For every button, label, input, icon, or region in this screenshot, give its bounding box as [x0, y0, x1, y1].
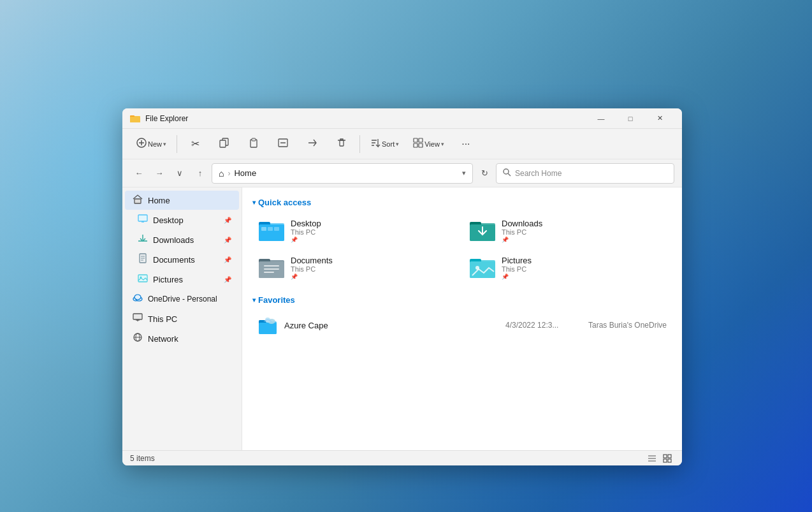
- qa-pictures-name: Pictures: [502, 256, 532, 265]
- home-sidebar-icon: [133, 194, 143, 207]
- svg-rect-46: [274, 227, 279, 231]
- qa-documents-name: Documents: [291, 256, 333, 265]
- svg-rect-44: [261, 227, 266, 231]
- status-items-count: 5 items: [130, 454, 155, 463]
- sidebar-item-documents-label: Documents: [153, 255, 195, 265]
- svg-rect-23: [134, 199, 141, 203]
- svg-rect-55: [264, 272, 274, 273]
- sidebar-item-thispc[interactable]: This PC: [125, 309, 239, 328]
- qa-item-downloads[interactable]: Downloads This PC 📌: [463, 214, 672, 248]
- fav-azure-cape-location: Taras Buria's OneDrive: [588, 321, 667, 330]
- qa-documents-pin-icon: 📌: [291, 274, 333, 280]
- quick-access-grid: Desktop This PC 📌: [252, 214, 672, 285]
- maximize-button[interactable]: □: [616, 108, 645, 129]
- sort-button[interactable]: Sort ▾: [364, 131, 405, 157]
- svg-rect-53: [264, 265, 279, 267]
- cut-button[interactable]: ✂: [181, 131, 209, 157]
- sort-chevron-icon: ▾: [396, 141, 399, 147]
- forward-button[interactable]: →: [150, 165, 168, 182]
- fav-item-azure-cape[interactable]: Azure Cape 4/3/2022 12:3... Taras Buria'…: [252, 311, 672, 339]
- status-bar: 5 items: [122, 450, 682, 465]
- sidebar-item-downloads[interactable]: Downloads 📌: [125, 230, 239, 249]
- pictures-pin-icon: 📌: [224, 276, 231, 283]
- view-button[interactable]: View ▾: [407, 131, 451, 157]
- qa-desktop-info: Desktop This PC 📌: [291, 219, 321, 243]
- qa-pictures-pin-icon: 📌: [502, 274, 532, 280]
- qa-downloads-name: Downloads: [502, 219, 542, 228]
- pictures-folder-icon: [470, 256, 495, 279]
- search-icon: [503, 168, 511, 179]
- qa-item-pictures[interactable]: Pictures This PC 📌: [463, 251, 672, 285]
- refresh-button[interactable]: ↻: [475, 165, 493, 182]
- qa-downloads-info: Downloads This PC 📌: [502, 219, 542, 243]
- sidebar-item-network[interactable]: Network: [125, 329, 239, 348]
- quick-access-label: Quick access: [258, 198, 311, 207]
- downloads-folder-icon: [470, 219, 495, 242]
- downloads-sidebar-icon: [138, 233, 148, 246]
- svg-rect-71: [668, 459, 671, 462]
- qa-item-desktop[interactable]: Desktop This PC 📌: [252, 214, 461, 248]
- more-button[interactable]: ···: [452, 131, 480, 157]
- svg-rect-7: [220, 140, 226, 147]
- close-button[interactable]: ✕: [645, 108, 674, 129]
- title-bar: File Explorer — □ ✕: [122, 108, 682, 129]
- downloads-pin-icon: 📌: [224, 237, 231, 244]
- quick-access-header[interactable]: ▾ Quick access: [252, 198, 672, 207]
- sidebar-item-downloads-label: Downloads: [153, 235, 194, 245]
- azure-cape-icon: [257, 315, 278, 335]
- app-icon: [130, 113, 140, 124]
- qa-desktop-name: Desktop: [291, 219, 321, 228]
- sidebar-item-desktop-label: Desktop: [153, 216, 184, 225]
- svg-rect-20: [419, 143, 423, 147]
- status-view-buttons: [645, 451, 674, 465]
- new-button[interactable]: New ▾: [130, 131, 173, 157]
- up-button[interactable]: ↑: [191, 165, 209, 182]
- favorites-list: Azure Cape 4/3/2022 12:3... Taras Buria'…: [252, 311, 672, 339]
- address-field[interactable]: ⌂ › Home ▾: [212, 163, 473, 184]
- copy-button[interactable]: [210, 131, 238, 157]
- paste-button[interactable]: [240, 131, 268, 157]
- sidebar: Home Desktop 📌 Downloads 📌: [122, 187, 242, 450]
- sidebar-item-thispc-label: This PC: [148, 314, 177, 324]
- search-box[interactable]: Search Home: [496, 163, 674, 184]
- window-title: File Explorer: [145, 114, 586, 123]
- sidebar-item-onedrive[interactable]: OneDrive - Personal: [125, 289, 239, 309]
- qa-pictures-info: Pictures This PC 📌: [502, 256, 532, 280]
- sidebar-item-documents[interactable]: Documents 📌: [125, 250, 239, 269]
- back-button[interactable]: ←: [130, 165, 148, 182]
- desktop-folder-icon: [259, 219, 284, 242]
- path-separator: ›: [228, 169, 230, 178]
- list-view-button[interactable]: [645, 451, 659, 465]
- sidebar-item-desktop[interactable]: Desktop 📌: [125, 210, 239, 230]
- sidebar-item-pictures-label: Pictures: [153, 275, 183, 284]
- svg-point-21: [504, 169, 509, 174]
- onedrive-sidebar-icon: [133, 293, 143, 305]
- svg-rect-62: [259, 323, 277, 334]
- qa-documents-info: Documents This PC 📌: [291, 256, 333, 280]
- minimize-button[interactable]: —: [586, 108, 616, 129]
- qa-item-documents[interactable]: Documents This PC 📌: [252, 251, 461, 285]
- address-chevron-icon: ▾: [462, 169, 466, 177]
- svg-rect-45: [268, 227, 273, 231]
- rename-button[interactable]: [269, 131, 297, 157]
- svg-rect-69: [668, 455, 671, 458]
- svg-rect-43: [259, 224, 284, 241]
- sidebar-item-home[interactable]: Home: [125, 191, 239, 210]
- svg-point-34: [134, 295, 141, 300]
- share-icon: [307, 138, 317, 150]
- recent-locations-button[interactable]: ∨: [171, 165, 189, 182]
- sidebar-item-home-label: Home: [148, 196, 170, 205]
- svg-rect-17: [414, 138, 417, 142]
- qa-downloads-sub: This PC: [502, 228, 542, 236]
- search-placeholder: Search Home: [515, 169, 562, 178]
- favorites-header[interactable]: ▾ Favorites: [252, 295, 672, 305]
- sidebar-item-network-label: Network: [148, 334, 178, 344]
- share-button[interactable]: [298, 131, 326, 157]
- view-chevron-icon: ▾: [441, 141, 444, 147]
- paste-icon: [249, 138, 259, 150]
- quick-access-chevron-icon: ▾: [252, 199, 256, 206]
- delete-button[interactable]: [328, 131, 356, 157]
- pictures-sidebar-icon: [138, 273, 148, 286]
- sidebar-item-pictures[interactable]: Pictures 📌: [125, 270, 239, 289]
- grid-view-button[interactable]: [660, 451, 674, 465]
